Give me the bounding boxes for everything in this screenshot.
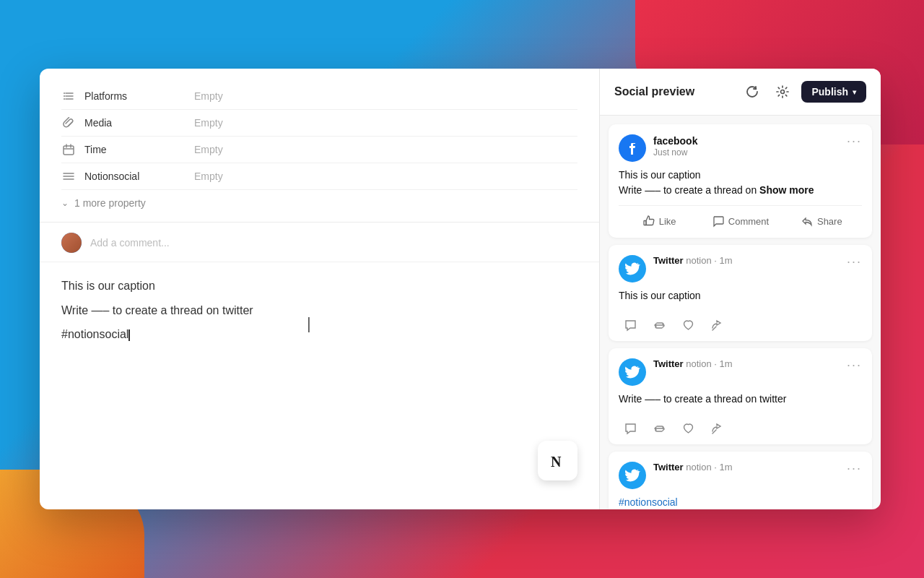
facebook-avatar xyxy=(619,134,646,162)
svg-rect-16 xyxy=(644,221,646,225)
content-area[interactable]: This is our caption Write —– to create a… xyxy=(40,262,599,509)
twitter-post-body-1: This is our caption xyxy=(619,288,862,303)
facebook-post-actions: Like Comment Share xyxy=(619,205,862,232)
right-panel: Social preview Publish ▾ xyxy=(599,69,881,509)
twitter-post-header-2: Twitter notion · 1m ··· xyxy=(619,358,862,386)
facebook-comment-button[interactable]: Comment xyxy=(699,210,780,232)
hashtag-text: #notionsocial xyxy=(61,328,128,340)
property-value-media: Empty xyxy=(194,117,223,129)
twitter-more-icon-2[interactable]: ··· xyxy=(847,358,862,371)
svg-point-15 xyxy=(781,90,785,94)
twitter-reply-button-1[interactable] xyxy=(619,315,642,335)
facebook-post-card: facebook Just now ··· This is our captio… xyxy=(609,124,872,238)
divider xyxy=(40,222,599,223)
twitter-post-body-3: #notionsocial xyxy=(619,495,862,509)
property-value-notionsocial: Empty xyxy=(194,171,223,182)
twitter-avatar-3 xyxy=(619,462,646,489)
svg-point-5 xyxy=(64,98,65,100)
facebook-like-button[interactable]: Like xyxy=(619,210,699,232)
list-icon xyxy=(61,89,76,103)
property-label-media: Media xyxy=(84,117,186,129)
property-label-time: Time xyxy=(84,144,186,155)
notion-icon: N xyxy=(544,447,572,475)
avatar xyxy=(61,233,82,253)
twitter-more-icon-1[interactable]: ··· xyxy=(847,255,862,268)
twitter-post-card-2: Twitter notion · 1m ··· Write —– to crea… xyxy=(609,348,872,444)
twitter-post-actions-2 xyxy=(619,414,862,439)
facebook-caption-line1: This is our caption xyxy=(619,169,701,181)
facebook-comment-label: Comment xyxy=(728,216,769,227)
twitter-post-card-1: Twitter notion · 1m ··· This is our capt… xyxy=(609,245,872,341)
preview-content: facebook Just now ··· This is our captio… xyxy=(600,116,881,509)
svg-point-3 xyxy=(64,92,65,94)
twitter-post-card-3: Twitter notion · 1m ··· #notionsocial xyxy=(609,452,872,509)
comment-placeholder[interactable]: Add a comment... xyxy=(90,237,170,249)
facebook-show-more[interactable]: Show more xyxy=(759,184,814,196)
svg-text:N: N xyxy=(551,454,562,470)
facebook-post-header: facebook Just now ··· xyxy=(619,134,862,162)
twitter-share-button-1[interactable] xyxy=(705,315,728,335)
facebook-share-label: Share xyxy=(817,216,842,227)
twitter-hashtag: #notionsocial xyxy=(619,496,678,508)
property-row-media[interactable]: Media Empty xyxy=(61,110,578,137)
content-line-caption: This is our caption xyxy=(61,277,578,296)
property-label-notionsocial: Notionsocial xyxy=(84,171,186,182)
twitter-platform-name-1: Twitter notion · 1m xyxy=(653,255,847,266)
text-cursor xyxy=(128,329,130,341)
svg-point-4 xyxy=(64,95,65,97)
twitter-post-meta-2: Twitter notion · 1m xyxy=(653,358,847,369)
twitter-retweet-button-2[interactable] xyxy=(648,418,671,439)
twitter-more-icon-3[interactable]: ··· xyxy=(847,462,862,475)
publish-chevron-icon: ▾ xyxy=(853,88,856,96)
properties-section: Platforms Empty Media Empty xyxy=(40,69,599,220)
facebook-platform-name: facebook xyxy=(653,134,847,147)
chevron-down-icon: ⌄ xyxy=(61,198,69,208)
more-property-row[interactable]: ⌄ 1 more property xyxy=(61,190,578,213)
content-line-thread: Write —– to create a thread on twitter xyxy=(61,301,578,320)
twitter-post-meta-1: Twitter notion · 1m xyxy=(653,255,847,266)
more-property-label: 1 more property xyxy=(74,197,146,209)
right-header: Social preview Publish ▾ xyxy=(600,69,881,116)
facebook-like-label: Like xyxy=(659,216,676,227)
twitter-share-button-2[interactable] xyxy=(705,418,728,439)
facebook-caption-line2: Write —– to create a thread on xyxy=(619,184,757,196)
facebook-post-time: Just now xyxy=(653,147,847,158)
property-row-time[interactable]: Time Empty xyxy=(61,137,578,163)
twitter-post-body-2: Write —– to create a thread on twitter xyxy=(619,392,862,407)
property-row-platforms[interactable]: Platforms Empty xyxy=(61,83,578,110)
notion-widget[interactable]: N xyxy=(538,441,578,480)
facebook-post-body: This is our caption Write —– to create a… xyxy=(619,168,862,198)
facebook-share-button[interactable]: Share xyxy=(781,210,862,232)
facebook-post-meta: facebook Just now xyxy=(653,134,847,158)
left-panel: Platforms Empty Media Empty xyxy=(40,69,599,509)
svg-rect-6 xyxy=(64,146,74,155)
twitter-retweet-button-1[interactable] xyxy=(648,315,671,335)
content-line-hashtag: #notionsocial xyxy=(61,325,578,344)
property-value-time: Empty xyxy=(194,144,223,155)
twitter-post-header-1: Twitter notion · 1m ··· xyxy=(619,255,862,282)
avatar-image xyxy=(61,233,82,253)
publish-button[interactable]: Publish ▾ xyxy=(801,81,866,103)
social-preview-title: Social preview xyxy=(614,85,733,98)
twitter-like-button-1[interactable] xyxy=(676,315,699,335)
twitter-post-meta-3: Twitter notion · 1m xyxy=(653,462,847,473)
paperclip-icon xyxy=(61,116,76,130)
menu-icon xyxy=(61,169,76,184)
twitter-avatar-1 xyxy=(619,255,646,282)
twitter-avatar-2 xyxy=(619,358,646,386)
twitter-post-header-3: Twitter notion · 1m ··· xyxy=(619,462,862,489)
calendar-icon xyxy=(61,142,76,157)
property-label-platforms: Platforms xyxy=(84,90,186,102)
property-row-notionsocial[interactable]: Notionsocial Empty xyxy=(61,163,578,190)
facebook-more-icon[interactable]: ··· xyxy=(847,134,862,147)
comment-section[interactable]: Add a comment... xyxy=(40,224,599,262)
twitter-platform-name-3: Twitter notion · 1m xyxy=(653,462,847,473)
publish-label: Publish xyxy=(811,86,848,98)
main-container: Platforms Empty Media Empty xyxy=(40,69,881,509)
settings-button[interactable] xyxy=(771,80,794,103)
twitter-post-actions-1 xyxy=(619,311,862,335)
refresh-button[interactable] xyxy=(741,80,764,103)
twitter-like-button-2[interactable] xyxy=(676,418,699,439)
twitter-platform-name-2: Twitter notion · 1m xyxy=(653,358,847,369)
twitter-reply-button-2[interactable] xyxy=(619,418,642,439)
